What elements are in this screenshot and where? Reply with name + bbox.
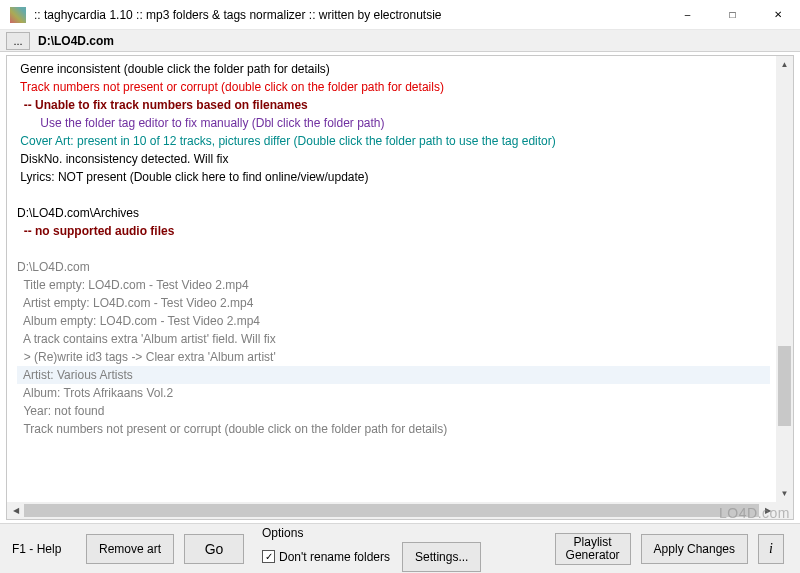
log-line[interactable]: Title empty: LO4D.com - Test Video 2.mp4: [17, 276, 770, 294]
watermark: LO4D.com: [719, 505, 790, 521]
log-line[interactable]: Genre inconsistent (double click the fol…: [17, 60, 770, 78]
horizontal-scroll-thumb[interactable]: [24, 504, 759, 517]
log-line[interactable]: D:\LO4D.com\Archives: [17, 204, 770, 222]
horizontal-scrollbar[interactable]: ◀ ▶: [7, 502, 776, 519]
log-line[interactable]: Artist: Various Artists: [17, 366, 770, 384]
browse-button[interactable]: ...: [6, 32, 30, 50]
vertical-scroll-thumb[interactable]: [778, 346, 791, 426]
log-viewport[interactable]: Genre inconsistent (double click the fol…: [7, 56, 776, 502]
scroll-up-icon[interactable]: ▲: [776, 56, 793, 73]
log-line[interactable]: Album: Trots Afrikaans Vol.2: [17, 384, 770, 402]
dont-rename-label: Don't rename folders: [279, 550, 390, 564]
window-controls: – □ ✕: [665, 0, 800, 29]
close-button[interactable]: ✕: [755, 0, 800, 29]
help-hint: F1 - Help: [6, 542, 86, 556]
log-line[interactable]: Artist empty: LO4D.com - Test Video 2.mp…: [17, 294, 770, 312]
apply-changes-button[interactable]: Apply Changes: [641, 534, 748, 564]
log-line[interactable]: Track numbers not present or corrupt (do…: [17, 420, 770, 438]
titlebar: :: taghycardia 1.10 :: mp3 folders & tag…: [0, 0, 800, 30]
scroll-left-icon[interactable]: ◀: [7, 502, 24, 519]
playlist-line1: Playlist: [574, 536, 612, 549]
log-line[interactable]: -- no supported audio files: [17, 222, 770, 240]
log-line[interactable]: Use the folder tag editor to fix manuall…: [17, 114, 770, 132]
info-button[interactable]: i: [758, 534, 784, 564]
log-line[interactable]: Album empty: LO4D.com - Test Video 2.mp4: [17, 312, 770, 330]
playlist-line2: Generator: [566, 549, 620, 562]
log-line[interactable]: [17, 186, 770, 204]
current-path: D:\LO4D.com: [38, 34, 114, 48]
playlist-generator-button[interactable]: Playlist Generator: [555, 533, 631, 565]
go-button[interactable]: Go: [184, 534, 244, 564]
log-line[interactable]: DiskNo. inconsistency detected. Will fix: [17, 150, 770, 168]
bottom-toolbar: F1 - Help Remove art Go Options ✓ Don't …: [0, 523, 800, 573]
options-label: Options: [262, 526, 481, 540]
log-line[interactable]: Year: not found: [17, 402, 770, 420]
log-line[interactable]: D:\LO4D.com: [17, 258, 770, 276]
minimize-button[interactable]: –: [665, 0, 710, 29]
options-group: Options ✓ Don't rename folders Settings.…: [262, 526, 481, 572]
vertical-scrollbar[interactable]: ▲ ▼: [776, 56, 793, 502]
log-line[interactable]: A track contains extra 'Album artist' fi…: [17, 330, 770, 348]
log-line[interactable]: > (Re)write id3 tags -> Clear extra 'Alb…: [17, 348, 770, 366]
log-line[interactable]: -- Unable to fix track numbers based on …: [17, 96, 770, 114]
maximize-button[interactable]: □: [710, 0, 755, 29]
checkbox-icon: ✓: [262, 550, 275, 563]
app-icon: [10, 7, 26, 23]
log-panel: Genre inconsistent (double click the fol…: [6, 55, 794, 520]
settings-button[interactable]: Settings...: [402, 542, 481, 572]
scroll-down-icon[interactable]: ▼: [776, 485, 793, 502]
path-bar: ... D:\LO4D.com: [0, 30, 800, 52]
log-line[interactable]: [17, 240, 770, 258]
log-line[interactable]: Cover Art: present in 10 of 12 tracks, p…: [17, 132, 770, 150]
remove-art-button[interactable]: Remove art: [86, 534, 174, 564]
log-line[interactable]: Lyrics: NOT present (Double click here t…: [17, 168, 770, 186]
log-line[interactable]: Track numbers not present or corrupt (do…: [17, 78, 770, 96]
window-title: :: taghycardia 1.10 :: mp3 folders & tag…: [34, 8, 665, 22]
dont-rename-checkbox[interactable]: ✓ Don't rename folders: [262, 550, 390, 564]
